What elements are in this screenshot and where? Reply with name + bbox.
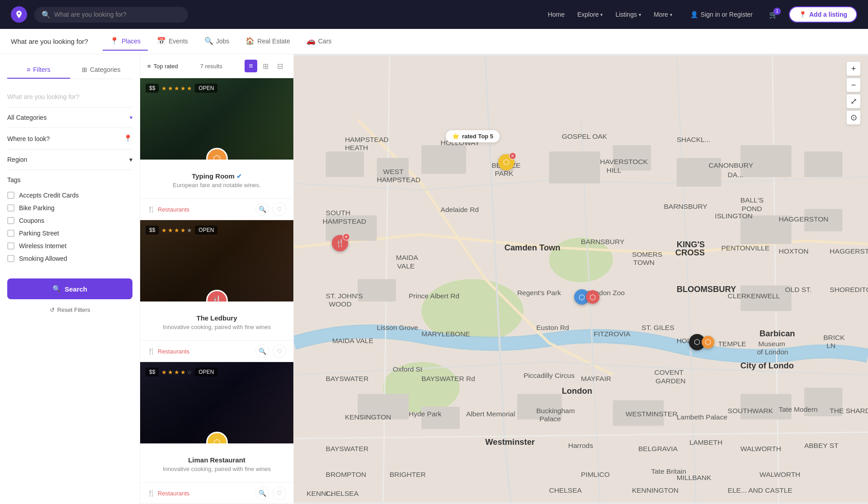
map-pin-3[interactable]: ⬡ ⬡ (574, 289, 599, 305)
card-body-2: The Ledbury Innovative cooking, paired w… (140, 301, 293, 340)
favorite-btn-1[interactable]: ♡ (273, 203, 286, 216)
svg-text:GARDEN: GARDEN (656, 377, 685, 385)
subnav-label: What are you looking for? (11, 38, 88, 45)
nav-explore[interactable]: Explore ▾ (572, 7, 608, 22)
user-icon: 👤 (690, 11, 698, 18)
svg-text:HAMPSTEAD: HAMPSTEAD (377, 176, 420, 184)
location-button[interactable]: ⊙ (846, 110, 861, 125)
svg-text:CLERKENWELL: CLERKENWELL (728, 292, 780, 300)
tag-wireless-internet[interactable]: Wireless Internet (7, 240, 132, 252)
card-body-3: Liman Restaurant Innovative cooking, pai… (140, 443, 293, 482)
svg-text:Barbican: Barbican (760, 329, 795, 339)
global-search[interactable]: 🔍 (34, 7, 188, 23)
svg-text:DA...: DA... (728, 171, 744, 179)
card-footer-3: 🍴 Restaurants 🔍 ♡ (140, 482, 293, 504)
svg-text:Palace: Palace (539, 415, 561, 423)
card-badges-2: $$ ★★★★★ OPEN (146, 226, 217, 235)
svg-text:SOUTHWARK: SOUTHWARK (728, 407, 774, 415)
svg-text:TOWN: TOWN (633, 259, 655, 266)
svg-text:Piccadilly Circus: Piccadilly Circus (524, 372, 575, 379)
listing-card-2[interactable]: $$ ★★★★★ OPEN 🍴 The Ledbury Innovative c… (140, 220, 293, 362)
tab-events[interactable]: 📅 Events (150, 32, 195, 51)
sidebar-tab-categories[interactable]: ⊞ Categories (70, 61, 133, 79)
listing-card-1[interactable]: $$ ★★★★★ OPEN ⬡ Typing Room ✔ European f… (140, 78, 293, 220)
places-icon: 📍 (110, 37, 119, 45)
checkbox-smoking-allowed[interactable] (7, 255, 14, 262)
view-map[interactable]: ⊟ (274, 60, 286, 72)
zoom-in-button[interactable]: + (846, 61, 861, 76)
svg-rect-11 (804, 151, 843, 177)
sidebar-tab-filters[interactable]: ≡ Filters (7, 61, 70, 79)
zoom-out-button[interactable]: − (846, 78, 861, 92)
sort-top-rated[interactable]: ≡ Top rated (147, 63, 178, 70)
search-listing-btn-2[interactable]: 🔍 (255, 344, 269, 358)
tag-smoking-allowed[interactable]: Smoking Allowed (7, 252, 132, 265)
tab-places[interactable]: 📍 Places (103, 32, 148, 51)
reset-filters-button[interactable]: ↺ Reset Filters (7, 302, 132, 318)
search-listing-btn-1[interactable]: 🔍 (255, 203, 269, 216)
svg-text:Albert Memorial: Albert Memorial (466, 410, 515, 418)
restaurant-icon: 🍴 (147, 206, 155, 213)
nav-home[interactable]: Home (542, 7, 570, 22)
svg-text:THE SHARD: THE SHARD (830, 407, 868, 415)
cart-button[interactable]: 🛒 1 (765, 7, 782, 23)
tag-parking-street[interactable]: Parking Street (7, 227, 132, 240)
logo[interactable] (11, 6, 27, 23)
svg-text:BAYSWATER: BAYSWATER (326, 375, 369, 382)
checkbox-wireless-internet[interactable] (7, 242, 14, 250)
search-input[interactable] (54, 11, 181, 18)
map-pin-1[interactable]: 🍴 ✕ (332, 235, 348, 251)
card-actions-3: 🔍 ♡ (255, 486, 286, 500)
svg-text:MAIDA: MAIDA (396, 254, 419, 261)
view-list[interactable]: ≡ (245, 60, 257, 72)
tab-jobs[interactable]: 🔍 Jobs (197, 32, 237, 51)
add-listing-button[interactable]: 📍 Add a listing (789, 6, 857, 23)
categories-select[interactable]: All Categories ▾ (7, 108, 132, 128)
svg-text:LAMBETH: LAMBETH (689, 438, 722, 446)
svg-text:MARYLEBONE: MARYLEBONE (421, 330, 470, 338)
checkbox-parking-street[interactable] (7, 230, 14, 237)
svg-text:OLD ST.: OLD ST. (785, 286, 812, 293)
tab-real-estate[interactable]: 🏠 Real Estate (238, 32, 297, 51)
open-badge-3: OPEN (195, 367, 217, 377)
map-pin-2[interactable]: ⬡ ✕ (498, 154, 514, 170)
card-body-1: Typing Room ✔ European fare and notable … (140, 160, 293, 198)
sidebar-tabs: ≡ Filters ⊞ Categories (7, 61, 132, 79)
nav-listings[interactable]: Listings ▾ (610, 7, 646, 22)
svg-text:PARK: PARK (495, 170, 514, 177)
favorite-btn-2[interactable]: ♡ (273, 344, 286, 358)
svg-text:Westminster: Westminster (485, 437, 535, 447)
svg-text:KENNINGTON: KENNINGTON (632, 486, 679, 494)
region-select[interactable]: Region ▾ (7, 150, 132, 170)
map-pin-5[interactable]: ⬡ ⬡ (689, 334, 714, 350)
tag-coupons[interactable]: Coupons (7, 214, 132, 227)
checkbox-bike-parking[interactable] (7, 204, 14, 212)
view-grid[interactable]: ⊞ (259, 60, 272, 72)
search-listing-btn-3[interactable]: 🔍 (255, 486, 269, 500)
svg-text:BROMPTON: BROMPTON (326, 471, 366, 478)
listing-card-3[interactable]: $$ ★★★★☆ OPEN ⬡ Liman Restaurant Innovat… (140, 362, 293, 504)
svg-text:ISLINGTON: ISLINGTON (715, 212, 752, 220)
search-button[interactable]: 🔍 Search (7, 278, 132, 299)
restaurant-icon-2: 🍴 (147, 348, 155, 355)
svg-text:MILLBANK: MILLBANK (677, 474, 712, 481)
nav-more[interactable]: More ▾ (648, 7, 678, 22)
tag-bike-parking[interactable]: Bike Parking (7, 202, 132, 214)
svg-text:ABBEY ST: ABBEY ST (804, 442, 839, 449)
signin-button[interactable]: 👤 Sign in or Register (685, 7, 758, 22)
fullscreen-button[interactable]: ⤢ (846, 94, 861, 108)
tab-cars[interactable]: 🚗 Cars (299, 32, 339, 51)
favorite-btn-3[interactable]: ♡ (273, 486, 286, 500)
stars-badge-3: ★★★★☆ (161, 369, 192, 376)
checkbox-coupons[interactable] (7, 217, 14, 224)
svg-text:HAMPSTEAD: HAMPSTEAD (323, 217, 367, 225)
svg-text:London: London (562, 386, 592, 396)
keyword-input[interactable] (7, 93, 132, 100)
pin-badge-1: ✕ (343, 233, 350, 240)
tag-accepts-credit-cards[interactable]: Accepts Credit Cards (7, 189, 132, 202)
checkbox-accepts-credit-cards[interactable] (7, 192, 14, 199)
svg-text:VALE: VALE (397, 262, 415, 270)
stars-badge: ★★★★★ (161, 85, 192, 92)
location-icon[interactable]: 📍 (123, 134, 132, 143)
svg-text:LN: LN (826, 342, 835, 349)
